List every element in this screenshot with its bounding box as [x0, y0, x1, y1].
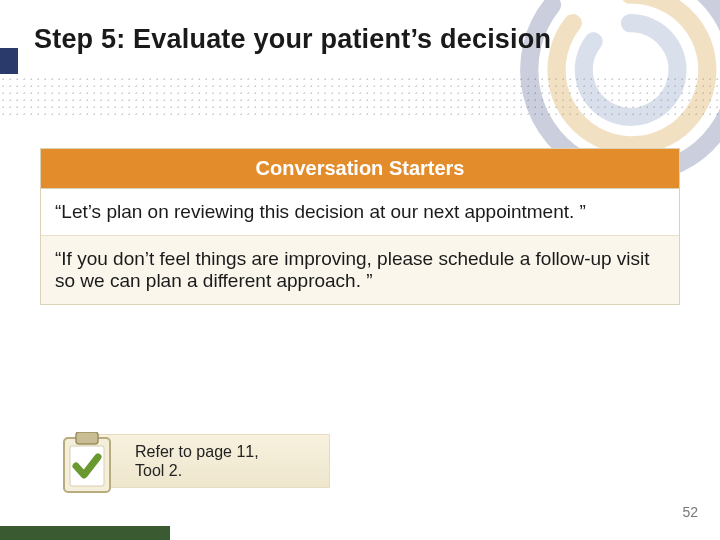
- table-row: “Let’s plan on reviewing this decision a…: [41, 189, 679, 236]
- table-header: Conversation Starters: [41, 149, 679, 189]
- page-number: 52: [682, 504, 698, 520]
- clipboard-check-icon: [58, 432, 116, 496]
- refer-callout: Refer to page 11, Tool 2.: [90, 434, 330, 488]
- bottom-accent-bar: [0, 526, 170, 540]
- title-accent-bar: [0, 48, 18, 74]
- svg-rect-1: [76, 432, 98, 444]
- refer-line1: Refer to page 11,: [135, 443, 259, 460]
- refer-label: Refer to page 11, Tool 2.: [135, 442, 259, 480]
- slide-title: Step 5: Evaluate your patient’s decision: [34, 24, 690, 55]
- refer-line2: Tool 2.: [135, 462, 182, 479]
- conversation-starters-table: Conversation Starters “Let’s plan on rev…: [40, 148, 680, 305]
- table-row: “If you don’t feel things are improving,…: [41, 236, 679, 304]
- dotted-band: [0, 76, 720, 116]
